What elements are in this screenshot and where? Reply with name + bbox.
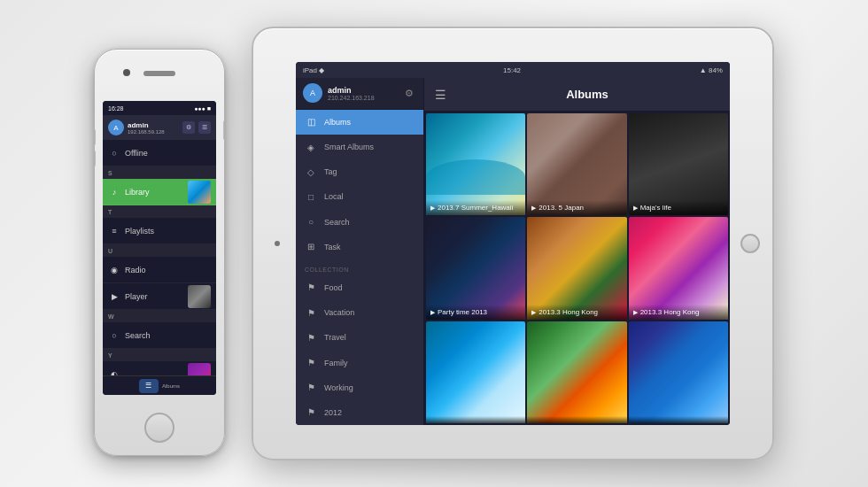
iphone-vol-up-button bbox=[94, 129, 96, 145]
ipad-nav-food[interactable]: ⚑ Food bbox=[296, 275, 423, 300]
iphone-letter-s: S bbox=[103, 166, 216, 179]
iphone-device: 16:28 ●●● ■ A admin 192.168.59.128 ⚙ ☰ ○… bbox=[94, 49, 225, 456]
ipad-time: 15:42 bbox=[503, 66, 521, 74]
ipad-family-icon: ⚑ bbox=[305, 358, 317, 367]
iphone-player-icon: ▶ bbox=[108, 290, 120, 303]
ipad-travel-label: Travel bbox=[324, 333, 346, 342]
iphone-library-icon: ♪ bbox=[108, 186, 120, 198]
iphone-bottom-albums-icon[interactable]: ☰ bbox=[139, 379, 159, 393]
iphone-speaker bbox=[143, 71, 175, 76]
iphone-nav-library[interactable]: ♪ Library bbox=[103, 179, 216, 205]
ipad-nav-task[interactable]: ⊞ Task bbox=[296, 235, 423, 259]
iphone-header-text: admin 192.168.59.128 bbox=[128, 121, 179, 135]
iphone-status-bar: 16:28 ●●● ■ bbox=[103, 101, 216, 115]
ipad-local-label: Local bbox=[324, 192, 344, 201]
ipad-task-icon: ⊞ bbox=[305, 242, 317, 251]
ipad-nav-travel[interactable]: ⚑ Travel bbox=[296, 325, 423, 350]
grid-label-portrait bbox=[629, 416, 728, 423]
ipad-search-label: Search bbox=[324, 218, 350, 227]
ipad-nav-vacation[interactable]: ⚑ Vacation bbox=[296, 300, 423, 325]
ipad-hamburger-icon[interactable]: ☰ bbox=[435, 88, 446, 102]
grid-cell-hongkong2[interactable]: ▶ 2013.3 Hong Kong bbox=[629, 217, 728, 319]
ipad-sidebar-ip: 210.242.163.218 bbox=[328, 95, 397, 101]
grid-icon-hk2: ▶ bbox=[633, 309, 638, 316]
ipad-smart-albums-icon: ◈ bbox=[305, 143, 317, 152]
grid-cell-party[interactable]: ▶ Party time 2013 bbox=[426, 217, 525, 319]
iphone-library-label: Library bbox=[125, 188, 183, 197]
ipad-collection-label: Collection bbox=[296, 259, 423, 275]
ipad-nav-family[interactable]: ⚑ Family bbox=[296, 350, 423, 375]
ipad-sidebar-username: admin bbox=[328, 86, 397, 95]
ipad-local-icon: □ bbox=[305, 192, 317, 202]
ipad-task-label: Task bbox=[324, 243, 341, 251]
ipad-family-label: Family bbox=[324, 359, 348, 367]
grid-bg-flower bbox=[527, 321, 626, 423]
grid-cell-portrait[interactable] bbox=[629, 321, 728, 423]
ipad-nav-working[interactable]: ⚑ Working bbox=[296, 375, 423, 400]
iphone-nav-player[interactable]: ▶ Player bbox=[103, 283, 216, 310]
iphone-gear-icon[interactable]: ⚙ bbox=[182, 121, 195, 134]
ipad-body: iPad ◆ 15:42 ▲ 84% A admin 210.242.163.2… bbox=[252, 27, 774, 460]
iphone-nav-playlists[interactable]: ≡ Playlists bbox=[103, 218, 216, 244]
iphone-letter-u: U bbox=[103, 244, 216, 257]
grid-icon-hawaii: ▶ bbox=[430, 205, 435, 212]
iphone-menu-icon[interactable]: ☰ bbox=[198, 121, 211, 134]
ipad-2012-icon: ⚑ bbox=[305, 407, 317, 417]
ipad-screen: iPad ◆ 15:42 ▲ 84% A admin 210.242.163.2… bbox=[296, 62, 730, 425]
ipad-nav-2012[interactable]: ⚑ 2012 bbox=[296, 400, 423, 425]
grid-bg-portrait bbox=[629, 321, 728, 423]
ipad-status-right: ▲ 84% bbox=[700, 66, 723, 74]
iphone-home-button[interactable] bbox=[144, 413, 174, 443]
iphone-radio-label: Radio bbox=[125, 266, 211, 274]
ipad-status-left: iPad ◆ bbox=[303, 66, 324, 74]
ipad-albums-icon: ◫ bbox=[305, 117, 317, 127]
ipad-working-label: Working bbox=[324, 383, 353, 392]
iphone-nav-offline[interactable]: ○ Offline bbox=[103, 140, 216, 166]
iphone-nav-search[interactable]: ○ Search bbox=[103, 322, 216, 349]
grid-cell-hongkong1[interactable]: ▶ 2013.3 Hong Kong bbox=[527, 217, 626, 319]
grid-text-maja: Maja's life bbox=[640, 204, 671, 212]
grid-icon-hk1: ▶ bbox=[531, 309, 536, 316]
grid-cell-maja[interactable]: ▶ Maja's life bbox=[629, 113, 728, 215]
iphone-time: 16:28 bbox=[108, 105, 124, 112]
grid-cell-japan[interactable]: ▶ 2013. 5 Japan bbox=[527, 113, 626, 215]
grid-label-pool bbox=[426, 416, 525, 423]
grid-label-flower bbox=[527, 416, 626, 423]
ipad-sidebar-user: admin 210.242.163.218 bbox=[328, 86, 397, 101]
grid-cell-pool[interactable] bbox=[426, 321, 525, 423]
iphone-offline-icon: ○ bbox=[108, 147, 120, 159]
grid-text-hk2: 2013.3 Hong Kong bbox=[640, 308, 700, 316]
ipad-sidebar-avatar: A bbox=[303, 83, 322, 103]
iphone-body: 16:28 ●●● ■ A admin 192.168.59.128 ⚙ ☰ ○… bbox=[94, 49, 225, 456]
ipad-2012-label: 2012 bbox=[324, 408, 342, 417]
grid-text-hawaii: 2013.7 Summer_Hawaii bbox=[438, 204, 513, 212]
grid-bg-pool bbox=[426, 321, 525, 423]
iphone-bottom-label: Albums bbox=[162, 383, 180, 389]
ipad-nav-tag[interactable]: ◇ Tag bbox=[296, 159, 423, 184]
iphone-radio-icon: ◉ bbox=[108, 264, 120, 276]
grid-cell-hawaii[interactable]: ▶ 2013.7 Summer_Hawaii bbox=[426, 113, 525, 215]
ipad-food-icon: ⚑ bbox=[305, 282, 317, 292]
iphone-search-icon: ○ bbox=[108, 329, 120, 342]
ipad-vacation-icon: ⚑ bbox=[305, 308, 317, 318]
ipad-nav-albums[interactable]: ◫ Albums bbox=[296, 110, 423, 135]
iphone-letter-t: T bbox=[103, 205, 216, 218]
ipad-nav-search[interactable]: ○ Search bbox=[296, 210, 423, 235]
ipad-content-title: Albums bbox=[455, 88, 719, 101]
iphone-vol-down-button bbox=[94, 151, 96, 166]
ipad-home-button[interactable] bbox=[740, 234, 760, 253]
ipad-device: iPad ◆ 15:42 ▲ 84% A admin 210.242.163.2… bbox=[252, 27, 774, 460]
ipad-nav-smart-albums[interactable]: ◈ Smart Albums bbox=[296, 135, 423, 159]
ipad-nav-local[interactable]: □ Local bbox=[296, 184, 423, 209]
ipad-photo-grid: ▶ 2013.7 Summer_Hawaii ▶ 2013. 5 Japan bbox=[424, 112, 730, 425]
ipad-search-icon: ○ bbox=[305, 217, 317, 227]
grid-label-hk2: ▶ 2013.3 Hong Kong bbox=[629, 305, 728, 320]
ipad-working-icon: ⚑ bbox=[305, 383, 317, 392]
grid-cell-flower[interactable] bbox=[527, 321, 626, 423]
iphone-power-button bbox=[223, 120, 225, 140]
ipad-gear-icon[interactable]: ⚙ bbox=[402, 86, 416, 100]
grid-text-party: Party time 2013 bbox=[438, 308, 487, 316]
iphone-nav-radio[interactable]: ◉ Radio bbox=[103, 257, 216, 283]
iphone-header: A admin 192.168.59.128 ⚙ ☰ bbox=[103, 115, 216, 140]
grid-icon-party: ▶ bbox=[430, 309, 435, 316]
